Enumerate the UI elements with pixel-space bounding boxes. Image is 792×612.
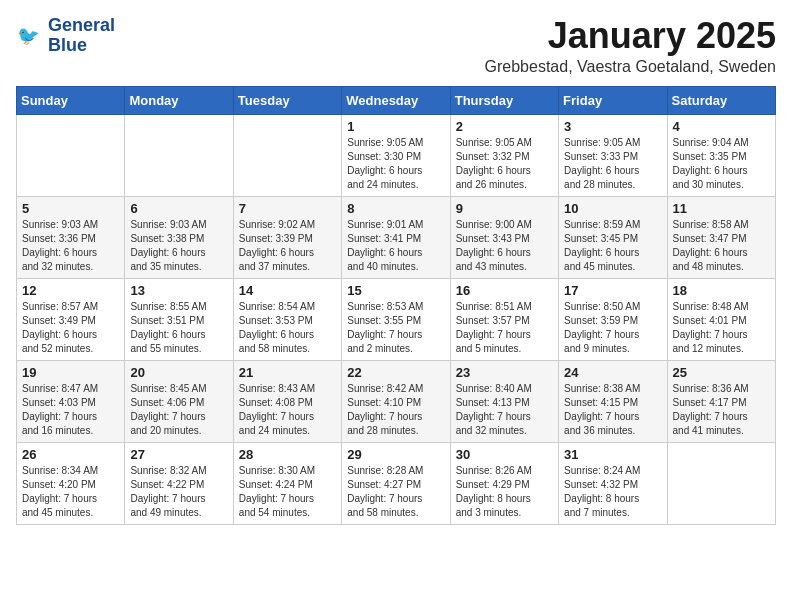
day-number: 18 (673, 283, 770, 298)
day-info: Sunrise: 9:03 AM Sunset: 3:36 PM Dayligh… (22, 218, 119, 274)
day-info: Sunrise: 8:28 AM Sunset: 4:27 PM Dayligh… (347, 464, 444, 520)
day-info: Sunrise: 8:24 AM Sunset: 4:32 PM Dayligh… (564, 464, 661, 520)
day-info: Sunrise: 8:50 AM Sunset: 3:59 PM Dayligh… (564, 300, 661, 356)
day-cell: 14Sunrise: 8:54 AM Sunset: 3:53 PM Dayli… (233, 278, 341, 360)
month-title: January 2025 (485, 16, 776, 56)
day-info: Sunrise: 8:26 AM Sunset: 4:29 PM Dayligh… (456, 464, 553, 520)
day-cell: 19Sunrise: 8:47 AM Sunset: 4:03 PM Dayli… (17, 360, 125, 442)
day-info: Sunrise: 9:00 AM Sunset: 3:43 PM Dayligh… (456, 218, 553, 274)
day-info: Sunrise: 8:36 AM Sunset: 4:17 PM Dayligh… (673, 382, 770, 438)
day-number: 4 (673, 119, 770, 134)
day-number: 29 (347, 447, 444, 462)
weekday-header-sunday: Sunday (17, 86, 125, 114)
day-cell: 20Sunrise: 8:45 AM Sunset: 4:06 PM Dayli… (125, 360, 233, 442)
day-info: Sunrise: 8:42 AM Sunset: 4:10 PM Dayligh… (347, 382, 444, 438)
day-cell: 29Sunrise: 8:28 AM Sunset: 4:27 PM Dayli… (342, 442, 450, 524)
day-cell: 18Sunrise: 8:48 AM Sunset: 4:01 PM Dayli… (667, 278, 775, 360)
day-info: Sunrise: 8:47 AM Sunset: 4:03 PM Dayligh… (22, 382, 119, 438)
day-number: 19 (22, 365, 119, 380)
day-number: 16 (456, 283, 553, 298)
day-info: Sunrise: 9:05 AM Sunset: 3:33 PM Dayligh… (564, 136, 661, 192)
calendar: SundayMondayTuesdayWednesdayThursdayFrid… (16, 86, 776, 525)
location-title: Grebbestad, Vaestra Goetaland, Sweden (485, 58, 776, 76)
day-number: 27 (130, 447, 227, 462)
day-info: Sunrise: 8:38 AM Sunset: 4:15 PM Dayligh… (564, 382, 661, 438)
weekday-header-monday: Monday (125, 86, 233, 114)
day-number: 13 (130, 283, 227, 298)
day-number: 6 (130, 201, 227, 216)
day-info: Sunrise: 9:05 AM Sunset: 3:30 PM Dayligh… (347, 136, 444, 192)
day-cell: 4Sunrise: 9:04 AM Sunset: 3:35 PM Daylig… (667, 114, 775, 196)
week-row-3: 12Sunrise: 8:57 AM Sunset: 3:49 PM Dayli… (17, 278, 776, 360)
day-number: 25 (673, 365, 770, 380)
week-row-4: 19Sunrise: 8:47 AM Sunset: 4:03 PM Dayli… (17, 360, 776, 442)
title-block: January 2025 Grebbestad, Vaestra Goetala… (485, 16, 776, 76)
day-number: 9 (456, 201, 553, 216)
day-number: 7 (239, 201, 336, 216)
day-info: Sunrise: 8:40 AM Sunset: 4:13 PM Dayligh… (456, 382, 553, 438)
day-cell: 23Sunrise: 8:40 AM Sunset: 4:13 PM Dayli… (450, 360, 558, 442)
day-info: Sunrise: 8:43 AM Sunset: 4:08 PM Dayligh… (239, 382, 336, 438)
day-cell: 26Sunrise: 8:34 AM Sunset: 4:20 PM Dayli… (17, 442, 125, 524)
day-info: Sunrise: 8:30 AM Sunset: 4:24 PM Dayligh… (239, 464, 336, 520)
day-cell: 28Sunrise: 8:30 AM Sunset: 4:24 PM Dayli… (233, 442, 341, 524)
day-number: 8 (347, 201, 444, 216)
day-number: 20 (130, 365, 227, 380)
weekday-header-tuesday: Tuesday (233, 86, 341, 114)
weekday-header-thursday: Thursday (450, 86, 558, 114)
day-info: Sunrise: 8:58 AM Sunset: 3:47 PM Dayligh… (673, 218, 770, 274)
day-cell: 10Sunrise: 8:59 AM Sunset: 3:45 PM Dayli… (559, 196, 667, 278)
day-number: 10 (564, 201, 661, 216)
day-cell: 27Sunrise: 8:32 AM Sunset: 4:22 PM Dayli… (125, 442, 233, 524)
day-number: 1 (347, 119, 444, 134)
day-number: 30 (456, 447, 553, 462)
day-cell: 1Sunrise: 9:05 AM Sunset: 3:30 PM Daylig… (342, 114, 450, 196)
day-number: 14 (239, 283, 336, 298)
day-info: Sunrise: 8:57 AM Sunset: 3:49 PM Dayligh… (22, 300, 119, 356)
weekday-header-row: SundayMondayTuesdayWednesdayThursdayFrid… (17, 86, 776, 114)
week-row-1: 1Sunrise: 9:05 AM Sunset: 3:30 PM Daylig… (17, 114, 776, 196)
day-cell: 25Sunrise: 8:36 AM Sunset: 4:17 PM Dayli… (667, 360, 775, 442)
day-cell: 16Sunrise: 8:51 AM Sunset: 3:57 PM Dayli… (450, 278, 558, 360)
day-cell: 24Sunrise: 8:38 AM Sunset: 4:15 PM Dayli… (559, 360, 667, 442)
day-info: Sunrise: 8:54 AM Sunset: 3:53 PM Dayligh… (239, 300, 336, 356)
weekday-header-wednesday: Wednesday (342, 86, 450, 114)
logo-text: General Blue (48, 16, 115, 56)
logo-icon: 🐦 (16, 22, 44, 50)
weekday-header-friday: Friday (559, 86, 667, 114)
day-cell: 7Sunrise: 9:02 AM Sunset: 3:39 PM Daylig… (233, 196, 341, 278)
day-number: 23 (456, 365, 553, 380)
day-cell: 6Sunrise: 9:03 AM Sunset: 3:38 PM Daylig… (125, 196, 233, 278)
day-cell: 22Sunrise: 8:42 AM Sunset: 4:10 PM Dayli… (342, 360, 450, 442)
day-info: Sunrise: 8:34 AM Sunset: 4:20 PM Dayligh… (22, 464, 119, 520)
day-cell: 12Sunrise: 8:57 AM Sunset: 3:49 PM Dayli… (17, 278, 125, 360)
day-cell: 11Sunrise: 8:58 AM Sunset: 3:47 PM Dayli… (667, 196, 775, 278)
day-cell: 21Sunrise: 8:43 AM Sunset: 4:08 PM Dayli… (233, 360, 341, 442)
day-info: Sunrise: 9:02 AM Sunset: 3:39 PM Dayligh… (239, 218, 336, 274)
day-cell: 31Sunrise: 8:24 AM Sunset: 4:32 PM Dayli… (559, 442, 667, 524)
day-number: 28 (239, 447, 336, 462)
day-number: 22 (347, 365, 444, 380)
logo: 🐦 General Blue (16, 16, 115, 56)
day-cell: 5Sunrise: 9:03 AM Sunset: 3:36 PM Daylig… (17, 196, 125, 278)
day-cell: 30Sunrise: 8:26 AM Sunset: 4:29 PM Dayli… (450, 442, 558, 524)
day-info: Sunrise: 8:51 AM Sunset: 3:57 PM Dayligh… (456, 300, 553, 356)
day-number: 17 (564, 283, 661, 298)
day-number: 2 (456, 119, 553, 134)
day-cell (667, 442, 775, 524)
day-cell (125, 114, 233, 196)
day-info: Sunrise: 8:45 AM Sunset: 4:06 PM Dayligh… (130, 382, 227, 438)
day-number: 15 (347, 283, 444, 298)
day-cell (17, 114, 125, 196)
day-cell: 9Sunrise: 9:00 AM Sunset: 3:43 PM Daylig… (450, 196, 558, 278)
day-info: Sunrise: 8:59 AM Sunset: 3:45 PM Dayligh… (564, 218, 661, 274)
day-info: Sunrise: 9:04 AM Sunset: 3:35 PM Dayligh… (673, 136, 770, 192)
day-info: Sunrise: 8:55 AM Sunset: 3:51 PM Dayligh… (130, 300, 227, 356)
header: 🐦 General Blue January 2025 Grebbestad, … (16, 16, 776, 76)
day-cell: 15Sunrise: 8:53 AM Sunset: 3:55 PM Dayli… (342, 278, 450, 360)
week-row-2: 5Sunrise: 9:03 AM Sunset: 3:36 PM Daylig… (17, 196, 776, 278)
day-number: 24 (564, 365, 661, 380)
day-info: Sunrise: 9:03 AM Sunset: 3:38 PM Dayligh… (130, 218, 227, 274)
week-row-5: 26Sunrise: 8:34 AM Sunset: 4:20 PM Dayli… (17, 442, 776, 524)
day-info: Sunrise: 8:53 AM Sunset: 3:55 PM Dayligh… (347, 300, 444, 356)
